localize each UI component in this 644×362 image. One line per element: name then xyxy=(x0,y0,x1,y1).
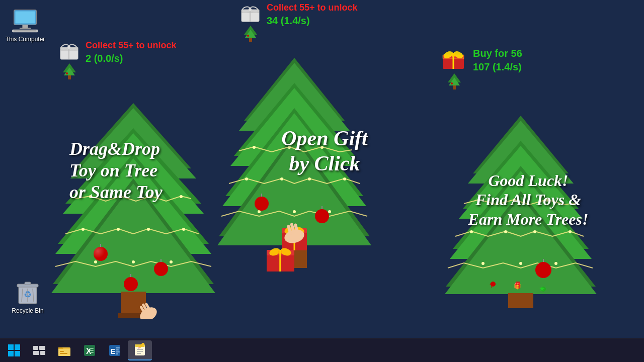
svg-rect-166 xyxy=(116,353,118,354)
svg-rect-159 xyxy=(90,350,94,351)
svg-point-18 xyxy=(67,46,70,49)
gift-icon-right xyxy=(440,48,468,70)
svg-point-134 xyxy=(554,262,557,265)
svg-point-131 xyxy=(569,230,572,233)
svg-point-62 xyxy=(94,260,97,263)
svg-rect-11 xyxy=(25,282,31,285)
tree-left-container[interactable] xyxy=(50,98,216,319)
tree-left-svg xyxy=(50,98,216,319)
tree-right-svg: ? 🎁 ★ xyxy=(443,113,599,309)
svg-point-85 xyxy=(253,146,256,149)
panel-right-count: 107 (1.4/s) xyxy=(473,61,522,73)
svg-rect-158 xyxy=(90,348,94,349)
svg-rect-147 xyxy=(33,346,38,350)
svg-point-86 xyxy=(288,146,291,149)
start-button[interactable] xyxy=(2,340,26,360)
svg-point-91 xyxy=(343,177,346,180)
taskbar: X E xyxy=(0,338,644,362)
panel-center-count: 34 (1.4/s) xyxy=(267,15,358,27)
panel-center-unlock: Collect 55+ to unlock xyxy=(267,3,358,13)
svg-point-63 xyxy=(132,260,135,263)
svg-point-39 xyxy=(451,53,455,57)
svg-rect-149 xyxy=(33,351,39,355)
svg-rect-154 xyxy=(60,351,64,352)
svg-point-60 xyxy=(147,228,150,231)
recycle-icon-image: ♻ xyxy=(15,279,41,305)
svg-rect-150 xyxy=(40,351,45,355)
excel-green-icon: X xyxy=(83,343,97,357)
tree-icon-right xyxy=(447,72,462,90)
svg-point-129 xyxy=(504,230,507,233)
excel-blue-icon: E xyxy=(108,343,122,357)
svg-rect-145 xyxy=(8,351,14,356)
notepad-button[interactable] xyxy=(128,340,152,360)
this-computer-icon[interactable]: This Computer xyxy=(5,8,45,43)
svg-point-57 xyxy=(180,195,183,198)
panel-right-buy: Buy for 56 xyxy=(473,48,522,59)
svg-point-58 xyxy=(82,228,85,231)
svg-rect-124 xyxy=(508,293,533,308)
svg-point-90 xyxy=(308,177,311,180)
windows-icon xyxy=(7,343,21,357)
tree-right-container[interactable]: ? 🎁 ★ xyxy=(443,113,599,309)
info-panel-center: Collect 55+ to unlock 34 (1.4/s) xyxy=(239,3,358,43)
svg-point-66 xyxy=(94,247,108,261)
svg-point-87 xyxy=(320,146,324,149)
svg-text:🎁: 🎁 xyxy=(514,282,521,290)
panel-center-icons xyxy=(239,3,262,43)
info-panel-left: Collect 55+ to unlock 2 (0.0/s) xyxy=(58,40,177,80)
svg-point-56 xyxy=(149,195,152,198)
svg-rect-165 xyxy=(116,351,120,352)
tree-center-container[interactable] xyxy=(216,55,372,272)
svg-point-61 xyxy=(182,228,185,231)
svg-rect-3 xyxy=(20,28,31,29)
svg-text:★: ★ xyxy=(539,285,545,293)
svg-point-133 xyxy=(519,262,522,265)
svg-point-68 xyxy=(154,262,168,276)
svg-rect-2 xyxy=(22,25,28,28)
svg-point-64 xyxy=(170,260,173,263)
excel-blue-button[interactable]: E xyxy=(103,340,127,360)
svg-point-22 xyxy=(66,72,68,74)
svg-rect-42 xyxy=(453,85,456,89)
panel-left-unlock: Collect 55+ to unlock xyxy=(86,40,177,51)
svg-rect-148 xyxy=(39,346,45,350)
svg-rect-21 xyxy=(68,75,71,79)
svg-rect-163 xyxy=(116,347,120,348)
svg-rect-160 xyxy=(90,352,94,353)
svg-point-70 xyxy=(124,277,138,291)
info-panel-right: Buy for 56 107 (1.4/s) xyxy=(440,48,522,90)
svg-rect-144 xyxy=(15,344,20,350)
svg-point-132 xyxy=(481,262,485,265)
tree-icon-center xyxy=(243,25,258,43)
recycle-bin-label: Recycle Bin xyxy=(12,307,43,314)
computer-icon-image xyxy=(12,8,38,34)
svg-point-95 xyxy=(255,197,269,211)
svg-point-126 xyxy=(513,199,516,202)
svg-text:?: ? xyxy=(490,282,494,290)
panel-right-text: Buy for 56 107 (1.4/s) xyxy=(473,48,522,73)
svg-point-88 xyxy=(245,177,248,180)
svg-point-127 xyxy=(545,199,548,202)
task-view-button[interactable] xyxy=(27,340,51,360)
svg-rect-31 xyxy=(249,38,252,42)
computer-svg xyxy=(12,8,38,33)
svg-point-94 xyxy=(328,210,331,213)
gift-icon-left xyxy=(58,40,80,60)
svg-point-55 xyxy=(119,195,122,198)
svg-point-128 xyxy=(470,230,473,233)
svg-text:♻: ♻ xyxy=(24,290,32,300)
explorer-icon xyxy=(57,343,71,357)
excel-green-button[interactable]: X xyxy=(77,340,102,360)
tree-center-svg xyxy=(216,55,372,272)
file-explorer-button[interactable] xyxy=(52,340,76,360)
svg-point-125 xyxy=(477,199,480,202)
svg-rect-1 xyxy=(16,11,35,23)
gift-icon-center xyxy=(239,3,262,23)
svg-rect-143 xyxy=(8,344,14,350)
svg-rect-5 xyxy=(14,31,37,32)
recycle-bin-icon[interactable]: ♻ Recycle Bin xyxy=(8,279,48,314)
svg-point-92 xyxy=(258,210,261,213)
svg-rect-164 xyxy=(116,349,119,350)
svg-text:E: E xyxy=(111,347,115,355)
